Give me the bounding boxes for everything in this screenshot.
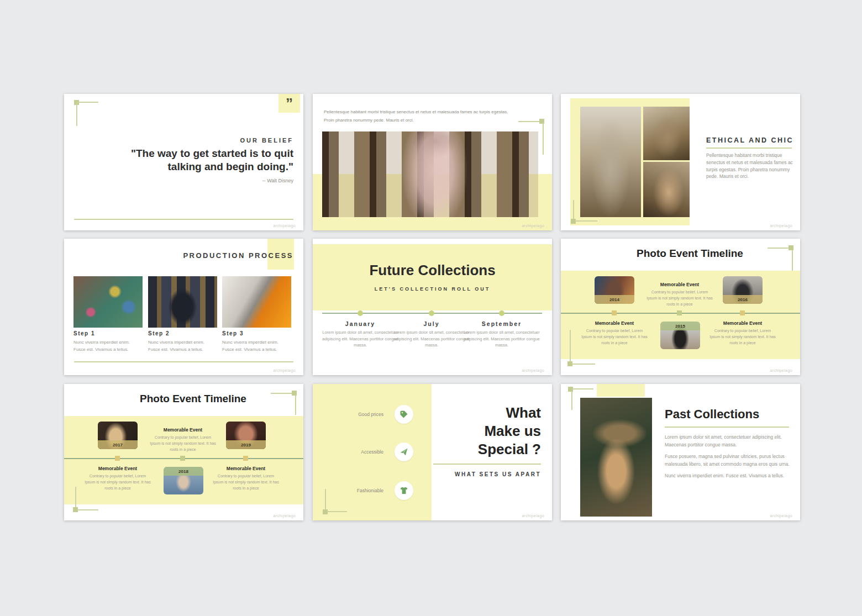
quote-attribution: -- Walt Disney bbox=[262, 178, 293, 183]
event-text: Contrary to popular belief, Lorem Ipsum … bbox=[709, 328, 776, 346]
intro-text: Pellentesque habitant morbi tristique se… bbox=[324, 108, 508, 124]
paper-plane-icon bbox=[400, 447, 408, 456]
tshirt-icon bbox=[400, 486, 408, 495]
section-title: PRODUCTION PROCESS bbox=[183, 251, 293, 260]
corner-bracket-line bbox=[325, 489, 326, 510]
event-heading: Memorable Event bbox=[646, 282, 713, 287]
photo-event-2014: 2014 bbox=[595, 276, 634, 304]
slide-quote[interactable]: ” OUR BELIEF "The way to get started is … bbox=[64, 94, 303, 230]
section-title: What Make us Special ? bbox=[408, 404, 541, 459]
title-line: What bbox=[408, 404, 541, 422]
step-title: Step 1 bbox=[73, 330, 95, 336]
timeline-marker bbox=[243, 456, 248, 461]
timeline-marker bbox=[180, 456, 185, 461]
corner-bracket-line bbox=[295, 395, 296, 415]
photo-sewing-machine bbox=[222, 276, 291, 328]
quote-line: talking and begin doing." bbox=[111, 160, 293, 173]
milestone-text: Lorem ipsum dolor sit amet, consectetuer… bbox=[391, 329, 472, 349]
event-heading: Memorable Event bbox=[149, 427, 217, 433]
slide-kicker: OUR BELIEF bbox=[240, 137, 293, 144]
year-badge: 2016 bbox=[723, 295, 763, 304]
milestone-text: Lorem ipsum dolor sit amet, consectetuer… bbox=[320, 329, 401, 349]
accent-rect bbox=[597, 384, 645, 397]
photo-clothes-rack bbox=[148, 276, 217, 328]
intro-line: Pellentesque habitant morbi tristique se… bbox=[324, 108, 508, 116]
slide-production-process[interactable]: PRODUCTION PROCESS Step 1 Nunc viverra i… bbox=[64, 239, 303, 375]
title-line: Special ? bbox=[408, 440, 541, 459]
slide-photo-timeline-1[interactable]: Photo Event Timeline 2014 Memorable Even… bbox=[561, 239, 800, 375]
step-title: Step 3 bbox=[222, 330, 244, 336]
body-paragraph: Nunc viverra imperdiet enim. Fusce est. … bbox=[665, 472, 793, 480]
step-text: Fusce est. Vivamus a tellus. bbox=[222, 346, 277, 353]
section-title: Past Collections bbox=[665, 407, 759, 422]
slide-what-makes-us-special[interactable]: Good prices Accessible Fashioniable What… bbox=[313, 384, 552, 520]
timeline-marker bbox=[677, 310, 682, 315]
event-block: Memorable Event Contrary to popular beli… bbox=[149, 427, 217, 452]
step-text: Fusce est. Vivamus a tellus. bbox=[73, 346, 128, 353]
photo-woman-pampas bbox=[580, 398, 652, 517]
feature-label: Accessible bbox=[322, 449, 383, 455]
corner-bracket-line bbox=[572, 388, 593, 389]
body-paragraph: Lorem ipsum dolor sit amet, consectetuer… bbox=[665, 434, 793, 449]
slide-ethical-chic[interactable]: ETHICAL AND CHIC Pellentesque habitant m… bbox=[561, 94, 800, 230]
year-badge: 2017 bbox=[98, 440, 138, 449]
step-text: Nunc viverra imperdiet enim. bbox=[148, 339, 204, 346]
watermark: archipelago bbox=[273, 514, 296, 518]
quote-mark-box: ” bbox=[278, 94, 300, 113]
title-line: Make us bbox=[408, 422, 541, 440]
quote-line: "The way to get started is to quit bbox=[111, 147, 293, 160]
body-paragraph: Fusce posuere, magna sed pulvinar ultric… bbox=[665, 453, 793, 468]
feature-label: Good prices bbox=[322, 412, 383, 417]
timeline-marker bbox=[612, 310, 617, 315]
divider-line bbox=[74, 219, 293, 220]
corner-bracket-line bbox=[77, 509, 98, 510]
slide-photo-timeline-2[interactable]: Photo Event Timeline 2017 Memorable Even… bbox=[64, 384, 303, 520]
title-underline bbox=[706, 148, 792, 149]
timeline-dot bbox=[429, 310, 434, 316]
watermark: archipelago bbox=[522, 224, 544, 228]
timeline-marker bbox=[740, 310, 745, 315]
slide-future-collections[interactable]: Future Collections LET'S COLLECTION ROLL… bbox=[313, 239, 552, 375]
feature-icon-circle bbox=[395, 481, 413, 500]
section-title: ETHICAL AND CHIC bbox=[706, 136, 793, 144]
slide-photo-intro[interactable]: Pellentesque habitant morbi tristique se… bbox=[313, 94, 552, 230]
section-subtitle: LET'S COLLECTION ROLL OUT bbox=[313, 286, 552, 292]
event-block: Memorable Event Contrary to popular beli… bbox=[212, 466, 280, 491]
section-title: Photo Event Timeline bbox=[64, 393, 303, 405]
quote-text: "The way to get started is to quit talki… bbox=[111, 147, 293, 173]
step-text: Nunc viverra imperdiet enim. bbox=[222, 339, 278, 346]
corner-bracket-line bbox=[543, 123, 544, 155]
feature-label: Fashioniable bbox=[322, 488, 383, 493]
watermark: archipelago bbox=[273, 224, 296, 228]
timeline-dot bbox=[499, 310, 504, 316]
corner-bracket-line bbox=[75, 487, 76, 508]
slide-past-collections[interactable]: Past Collections Lorem ipsum dolor sit a… bbox=[561, 384, 800, 520]
event-block: Memorable Event Contrary to popular beli… bbox=[581, 320, 648, 346]
section-title: Future Collections bbox=[313, 262, 552, 279]
divider-line bbox=[74, 361, 293, 362]
section-title: Photo Event Timeline bbox=[561, 248, 800, 260]
corner-bracket-line bbox=[768, 248, 791, 249]
corner-bracket-line bbox=[76, 102, 77, 126]
milestone-label: September bbox=[463, 320, 540, 327]
slides-grid: ” OUR BELIEF "The way to get started is … bbox=[0, 0, 862, 616]
corner-bracket-line bbox=[571, 391, 572, 410]
tag-icon bbox=[400, 410, 408, 419]
event-heading: Memorable Event bbox=[212, 466, 280, 471]
photo-woman-colonnade bbox=[322, 131, 538, 217]
quote-icon: ” bbox=[286, 98, 293, 109]
event-block: Memorable Event Contrary to popular beli… bbox=[646, 282, 713, 307]
milestone-label: January bbox=[322, 320, 399, 327]
corner-bracket-line bbox=[575, 220, 597, 222]
event-block: Memorable Event Contrary to popular beli… bbox=[84, 466, 151, 491]
section-subtitle: WHAT SETS US APART bbox=[455, 471, 541, 477]
watermark: archipelago bbox=[770, 514, 792, 518]
step-text: Fusce est. Vivamus a tellus. bbox=[148, 346, 203, 353]
event-text: Contrary to popular belief, Lorem Ipsum … bbox=[212, 473, 280, 491]
event-heading: Memorable Event bbox=[581, 320, 648, 326]
photo-craft-supplies bbox=[73, 276, 143, 328]
year-badge: 2019 bbox=[226, 440, 266, 449]
watermark: archipelago bbox=[522, 514, 544, 518]
year-badge: 2015 bbox=[660, 322, 700, 330]
watermark: archipelago bbox=[522, 368, 544, 372]
